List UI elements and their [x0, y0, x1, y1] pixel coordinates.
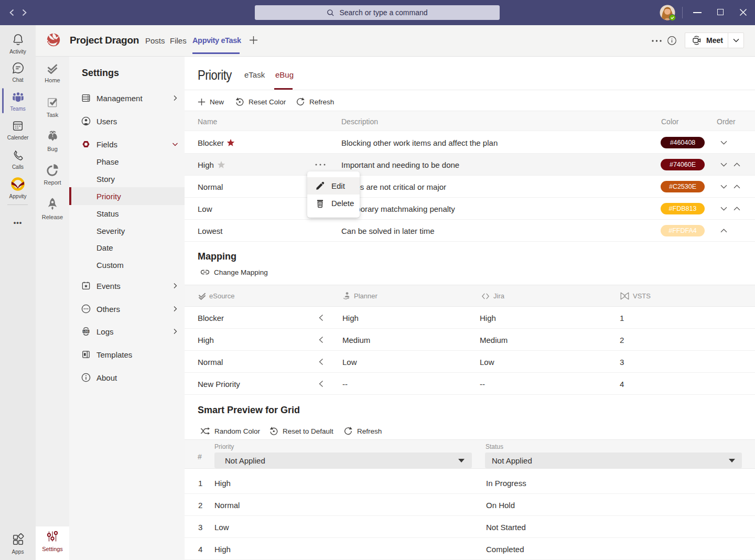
- svg-text:LOG: LOG: [83, 330, 89, 333]
